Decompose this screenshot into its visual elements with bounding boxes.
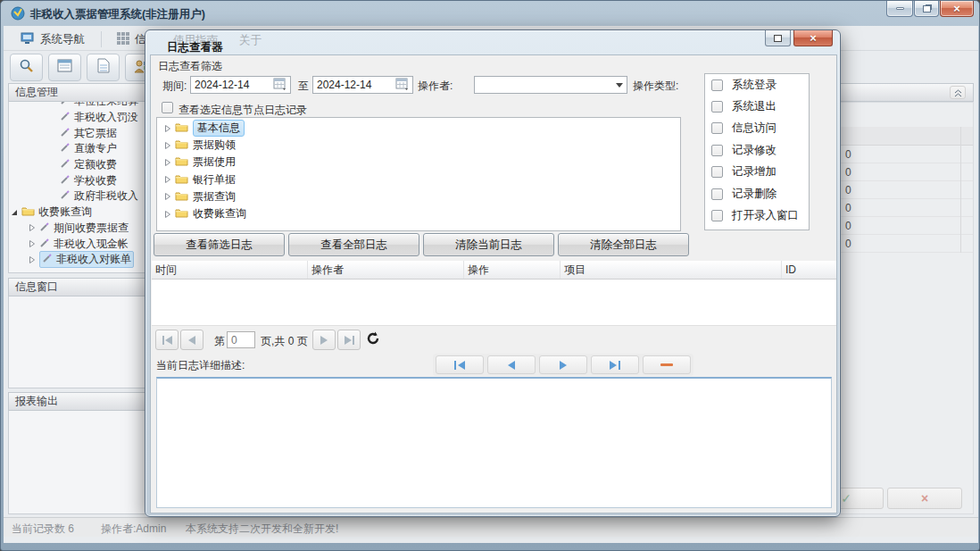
report-toolbar-button[interactable] (48, 54, 81, 81)
dialog-close-button[interactable]: × (793, 30, 833, 46)
optype-item[interactable]: 记录删除 (705, 183, 809, 205)
panel-header-info-management: 信息管理 (8, 83, 146, 102)
checkbox[interactable] (711, 122, 723, 134)
cancel-button[interactable]: × (887, 488, 962, 509)
expand-arrow-icon[interactable] (164, 190, 171, 203)
last-page-icon (345, 336, 352, 345)
table-row: 0 (841, 217, 973, 235)
table-row: 0 (841, 199, 973, 217)
optype-item[interactable]: 关闭录入窗口 (705, 227, 809, 230)
last-page-button[interactable] (337, 330, 361, 350)
dialog-client: 日志查看筛选 期间: 2024-12-14 至 2024-12-14 操作者: … (150, 54, 837, 513)
checkbox[interactable] (711, 210, 723, 221)
tree-item[interactable]: 学校收费 (9, 172, 145, 188)
tree-item[interactable]: 收费账查询 (157, 205, 680, 222)
view-filtered-log-button[interactable]: 查看筛选日志 (154, 233, 285, 256)
column-header-id[interactable]: ID (782, 261, 836, 279)
tree-item[interactable]: 票据购领 (157, 137, 680, 154)
tree-item[interactable]: 期间收费票据查 (9, 221, 145, 237)
tree-item[interactable]: 其它票据 (9, 125, 145, 141)
node-icon (39, 221, 50, 235)
next-page-icon (320, 336, 328, 345)
expand-arrow-icon[interactable] (164, 139, 171, 152)
folder-icon (175, 155, 188, 169)
folder-icon (175, 207, 188, 221)
record-nav-strip (433, 354, 693, 376)
pager-bar: 第 页,共 0 页 (152, 325, 836, 353)
refresh-icon[interactable] (366, 331, 380, 349)
page-number-input[interactable] (227, 331, 255, 348)
checkbox[interactable] (711, 188, 723, 200)
document-toolbar-button[interactable] (87, 54, 120, 81)
tree-item-expanded[interactable]: 收费账查询 (9, 205, 145, 221)
first-page-button[interactable] (155, 330, 179, 350)
page-count-label: 页,共 0 页 (261, 334, 308, 349)
optype-listbox[interactable]: 系统登录 系统退出 信息访问 记录修改 记录增加 记录删除 打开录入窗口 关闭录… (704, 73, 810, 230)
dialog-restore-button[interactable] (765, 30, 791, 46)
close-button[interactable]: × (940, 1, 974, 17)
tree-item[interactable]: 票据使用 (157, 154, 680, 171)
log-detail-textarea[interactable] (156, 377, 832, 508)
log-table-body[interactable] (152, 280, 836, 325)
node-icon (60, 127, 71, 140)
nav-last-button[interactable] (591, 355, 639, 374)
nav-next-button[interactable] (539, 355, 587, 374)
tree-item[interactable]: 单位往来结算 (9, 102, 145, 110)
date-from-field[interactable]: 2024-12-14 (190, 76, 291, 94)
optype-item[interactable]: 记录修改 (705, 139, 809, 161)
prev-page-button[interactable] (180, 330, 203, 350)
optype-item[interactable]: 系统退出 (705, 96, 809, 117)
optype-item[interactable]: 信息访问 (705, 118, 809, 139)
tree-item[interactable]: 票据查询 (157, 188, 680, 205)
checkbox[interactable] (711, 101, 723, 113)
search-toolbar-button[interactable] (10, 54, 43, 81)
tree-item[interactable]: 非税收入现金帐 (9, 236, 145, 252)
column-header-operator[interactable]: 操作者 (308, 261, 464, 279)
calendar-icon[interactable] (273, 77, 287, 93)
minimize-button[interactable] (886, 1, 913, 17)
expand-arrow-icon[interactable] (164, 173, 171, 186)
clear-all-log-button[interactable]: 清除全部日志 (558, 233, 689, 256)
expand-arrow-icon[interactable] (164, 156, 171, 169)
tab-system-nav[interactable]: 系统导航 (12, 29, 94, 50)
tree-item-selected[interactable]: 基本信息 (157, 120, 680, 137)
checkbox[interactable] (711, 145, 723, 156)
operator-combobox[interactable] (474, 76, 627, 94)
column-header-time[interactable]: 时间 (152, 261, 308, 279)
expand-arrow-icon[interactable] (29, 221, 36, 234)
tree-item-selected[interactable]: 非税收入对账单 (9, 252, 145, 268)
optype-item[interactable]: 系统登录 (705, 74, 809, 96)
node-icon (42, 253, 53, 266)
column-header-project[interactable]: 项目 (561, 261, 782, 279)
expand-arrow-icon[interactable] (29, 238, 36, 250)
date-to-field[interactable]: 2024-12-14 (312, 76, 413, 94)
collapse-arrow-icon[interactable] (11, 206, 18, 219)
x-icon: × (921, 491, 928, 505)
optype-item[interactable]: 记录增加 (705, 162, 809, 183)
view-all-log-button[interactable]: 查看全部日志 (288, 233, 419, 256)
expand-arrow-icon[interactable] (29, 254, 36, 266)
expand-arrow-icon[interactable] (164, 122, 171, 135)
next-page-button[interactable] (312, 330, 336, 350)
tree-item[interactable]: 定额收费 (9, 157, 145, 173)
calendar-icon[interactable] (395, 77, 409, 93)
ribbon-tab-about-ghost: 关于 (239, 33, 262, 48)
clear-current-log-button[interactable]: 清除当前日志 (423, 233, 554, 256)
nav-first-button[interactable] (436, 355, 484, 374)
nav-prev-button[interactable] (487, 355, 536, 374)
dialog-title: 日志查看器 (167, 40, 223, 55)
expand-arrow-icon[interactable] (164, 208, 171, 221)
checkbox[interactable] (711, 79, 723, 91)
collapse-panel-button[interactable] (950, 86, 966, 99)
restore-button[interactable] (914, 1, 939, 17)
node-filter-checkbox[interactable] (162, 102, 173, 113)
tree-item[interactable]: 银行单据 (157, 171, 680, 188)
delete-record-button[interactable] (643, 355, 691, 374)
tree-item[interactable]: 直缴专户 (9, 141, 145, 157)
tree-item[interactable]: 政府非税收入 (9, 188, 145, 205)
log-viewer-dialog: 使用指南 关于 日志查看器 × 日志查看筛选 期间: 2024-12-14 至 … (145, 29, 841, 517)
checkbox[interactable] (711, 166, 723, 178)
column-header-operation[interactable]: 操作 (464, 261, 561, 279)
optype-item[interactable]: 打开录入窗口 (705, 205, 809, 226)
tree-item[interactable]: 非税收入罚没 (9, 110, 145, 126)
